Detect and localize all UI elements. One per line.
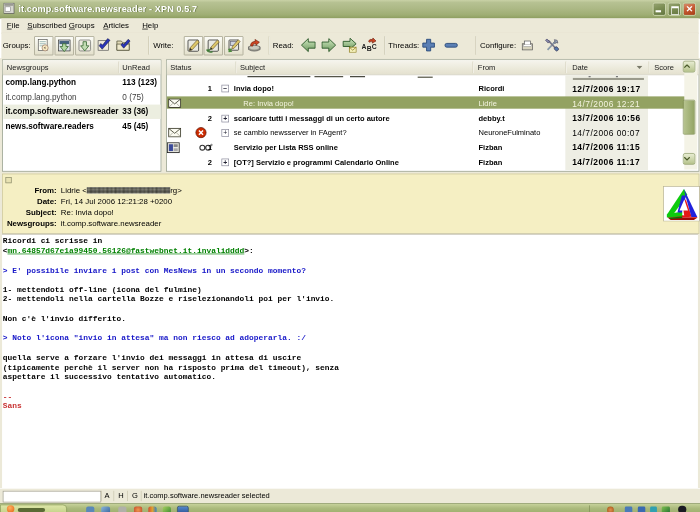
svg-text:C: C [372,43,377,50]
